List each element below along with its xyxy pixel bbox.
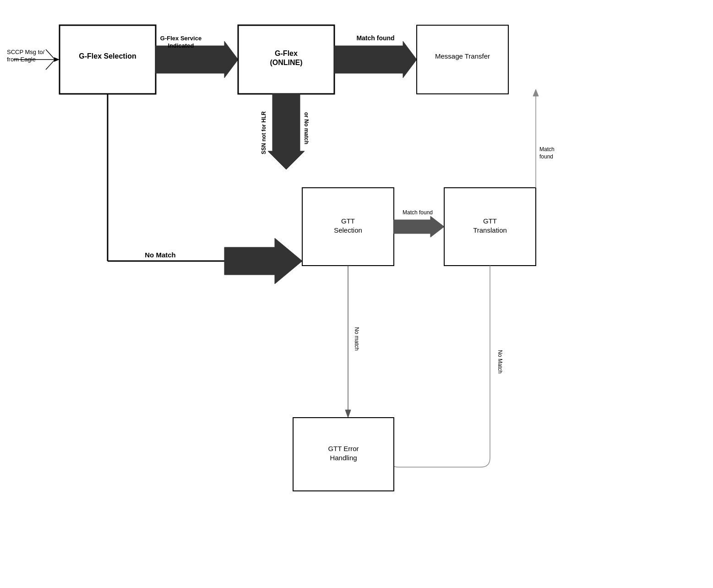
sccp-label: SCCP Msg to/ xyxy=(7,49,45,55)
ssn-or-no-match-label: or No match xyxy=(303,112,310,144)
gflex-selection-label: G-Flex Selection xyxy=(79,52,136,60)
match-found-top-label: Match found xyxy=(356,34,394,42)
gflex-online-label1: G-Flex xyxy=(275,49,298,57)
gtt-error-label1: GTT Error xyxy=(328,445,359,452)
svg-text:from Eagle: from Eagle xyxy=(7,56,36,63)
gtt-translation-label2: Translation xyxy=(473,226,507,234)
no-match-arrow xyxy=(224,238,302,284)
gflex-online-label2: (ONLINE) xyxy=(270,59,302,66)
no-match-label: No Match xyxy=(145,251,176,259)
no-match-trans-label: No Match xyxy=(497,350,503,373)
message-transfer-label1: Message Transfer xyxy=(435,52,490,60)
svg-marker-6 xyxy=(345,410,351,418)
no-match-sel-label: No match xyxy=(354,327,360,350)
ssn-no-match-arrow xyxy=(268,94,305,169)
gtt-selection-label2: Selection xyxy=(334,226,362,234)
gtt-error-label2: Handling xyxy=(330,454,357,462)
gtt-match-found-arrow xyxy=(394,216,444,237)
match-found-top-arrow xyxy=(334,41,417,78)
svg-text:found: found xyxy=(539,153,553,160)
gflex-service-label: G-Flex Service xyxy=(160,35,201,42)
svg-text:Indicated: Indicated xyxy=(168,42,194,49)
no-match-trans-path xyxy=(389,266,490,467)
ssn-no-hlr-label: SSN not for HLR xyxy=(261,111,267,154)
gtt-selection-label1: GTT xyxy=(341,217,355,225)
gtt-translation-label1: GTT xyxy=(483,217,497,225)
diagram-container: SCCP Msg to/ from Eagle G-Flex Selection… xyxy=(0,0,713,588)
match-found-right-label: Match xyxy=(539,146,555,152)
gtt-match-found-label1: Match found xyxy=(403,209,433,216)
svg-marker-4 xyxy=(533,89,539,96)
